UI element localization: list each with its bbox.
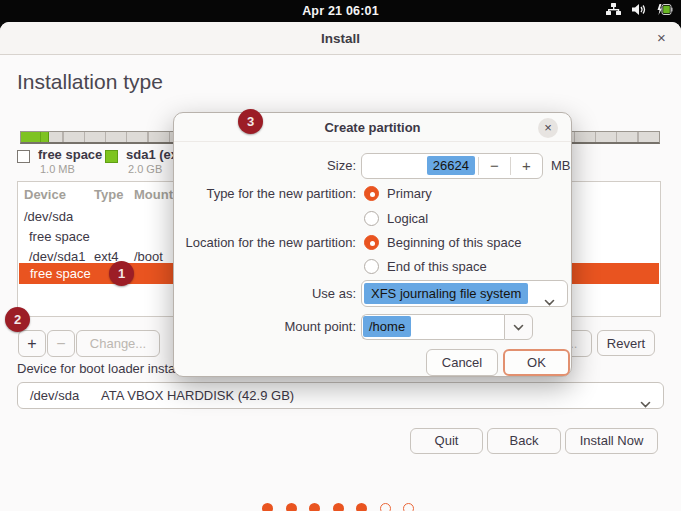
volume-icon [631,2,646,20]
annotation-badge-3: 3 [238,109,263,134]
page-title: Installation type [17,70,163,94]
boot-loader-device-dropdown[interactable]: /dev/sda ATA VBOX HARDDISK (42.9 GB) [17,382,664,409]
size-decrement-button[interactable]: − [479,154,510,178]
size-spinbutton: 26624 − + [361,153,543,179]
radio-unchecked-icon [364,259,379,274]
end-radio[interactable]: End of this space [364,256,487,276]
mount-point-value-selected: /home [363,316,411,337]
window-titlebar: Install × [0,22,681,55]
device-path: /dev/sda [30,383,79,408]
partition-segment-sda1 [21,132,49,142]
screen: Apr 21 06:01 [0,0,681,511]
progress-dot [286,503,297,511]
legend-size: 2.0 GB [128,163,162,175]
location-label: Location for the new partition: [174,235,356,250]
mount-point-dropdown-button[interactable] [504,314,533,340]
progress-dot [262,503,273,511]
size-unit-label: MB [551,158,571,173]
battery-icon [656,2,673,20]
free-space-swatch [17,150,30,163]
clock[interactable]: Apr 21 06:01 [0,0,681,22]
size-input[interactable]: 26624 [362,154,478,178]
mount-point-input[interactable]: /home [361,314,504,340]
window-close-icon[interactable]: × [651,28,672,49]
dialog-title: Create partition [174,113,571,142]
ok-button[interactable]: OK [503,349,570,376]
chevron-down-icon [640,392,651,417]
legend-label: free space [38,147,102,162]
chevron-down-icon [544,290,555,315]
radio-checked-icon [364,186,379,201]
column-header-device[interactable]: Device [24,187,66,202]
sda1-swatch [105,150,118,163]
install-now-button[interactable]: Install Now [565,428,658,454]
size-increment-button[interactable]: + [511,154,542,178]
progress-dot [403,503,414,511]
dialog-close-icon[interactable]: × [538,118,558,138]
progress-dot [356,503,367,511]
type-label: Type for the new partition: [174,186,356,201]
radio-checked-icon [364,235,379,250]
top-panel: Apr 21 06:01 [0,0,681,22]
radio-unchecked-icon [364,211,379,226]
progress-dot [333,503,344,511]
cancel-button[interactable]: Cancel [426,349,498,376]
mount-point-label: Mount point: [174,319,356,334]
size-value-selected: 26624 [427,156,475,175]
create-partition-dialog: Create partition × Size: 26624 − + MB Ty… [173,112,572,377]
network-icon [606,2,621,20]
logical-radio[interactable]: Logical [364,208,428,228]
remove-partition-button[interactable]: − [47,330,75,357]
size-label: Size: [174,158,356,173]
device-description: ATA VBOX HARDDISK (42.9 GB) [101,383,294,408]
change-partition-button[interactable]: Change... [76,330,160,357]
legend-size: 1.0 MB [40,163,75,175]
annotation-badge-2: 2 [5,307,30,332]
use-as-value-selected: XFS journaling file system [364,283,528,304]
progress-dot [309,503,320,511]
quit-button[interactable]: Quit [410,428,483,454]
use-as-dropdown[interactable]: XFS journaling file system [361,280,568,307]
back-button[interactable]: Back [487,428,561,454]
primary-radio[interactable]: Primary [364,183,432,203]
column-header-type[interactable]: Type [94,187,123,202]
annotation-badge-1: 1 [109,261,134,286]
window-title: Install [0,22,681,55]
use-as-label: Use as: [174,286,356,301]
progress-dot [380,503,391,511]
chevron-down-icon [513,320,524,335]
progress-dots [262,503,414,511]
system-tray[interactable] [606,0,673,22]
mount-point-combo: /home [361,314,533,340]
add-partition-button[interactable]: + [18,330,46,357]
beginning-radio[interactable]: Beginning of this space [364,232,521,252]
revert-button[interactable]: Revert [597,330,655,356]
